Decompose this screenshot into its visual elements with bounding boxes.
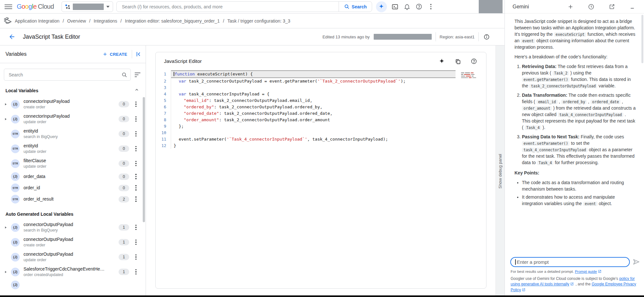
code-editor[interactable]: 1function executeScript(event) {2 var ta…	[156, 70, 486, 149]
more-options-button[interactable]	[427, 3, 435, 11]
more-options-icon[interactable]	[132, 145, 140, 153]
line-number: 7	[156, 110, 171, 117]
breadcrumb-segment[interactable]: Application Integration	[15, 18, 60, 24]
variable-row[interactable]: STRorder_id0	[0, 182, 146, 193]
breadcrumb-segment[interactable]: Integration editor: salesforce_bigquery_…	[125, 18, 220, 24]
chevron-down-icon	[106, 6, 110, 8]
variable-row[interactable]: {J}connectorOutputPayloadupdate order1	[0, 250, 146, 264]
expand-arrow-icon[interactable]	[4, 226, 9, 229]
breadcrumb-segment[interactable]: Overview	[67, 18, 86, 24]
more-options-icon[interactable]	[132, 223, 140, 231]
variable-subtitle: order created/updated	[24, 272, 106, 278]
gemini-title: Gemini	[513, 4, 529, 10]
variable-row[interactable]: {J}order_data0	[0, 171, 146, 182]
more-options-icon[interactable]	[132, 160, 140, 167]
editor-help-button[interactable]	[470, 57, 478, 65]
usage-count-badge: 1	[119, 224, 129, 231]
page-header: JavaScript Task Editor Edited 13 minutes…	[0, 28, 505, 45]
more-options-icon[interactable]	[132, 100, 140, 108]
variable-row[interactable]: {J}connectorInputPayloadupdate order0	[0, 112, 146, 126]
send-button[interactable]	[632, 258, 640, 266]
variable-name: entityId	[24, 143, 46, 149]
show-debug-panel-tab[interactable]: Show debug panel	[498, 154, 503, 189]
new-chat-button[interactable]	[567, 3, 574, 11]
gemini-spark-icon	[379, 4, 384, 10]
history-button[interactable]	[587, 3, 595, 11]
code-line[interactable]: 4 var task_4_connectorInputPayload = {	[156, 91, 486, 97]
global-search-input[interactable]	[117, 4, 338, 9]
variable-row[interactable]: {J}connectorOutputPayloadsearch in BigQu…	[0, 220, 146, 235]
terminal-icon	[391, 3, 399, 10]
gemini-generate-button[interactable]	[438, 57, 446, 65]
prompt-input[interactable]	[510, 257, 630, 267]
hamburger-menu-icon[interactable]	[5, 3, 12, 11]
variable-subtitle: update order	[24, 119, 70, 125]
help-button[interactable]	[415, 3, 423, 11]
code-line[interactable]: 7 "ordered_date": task_2_connectorOutput…	[156, 110, 486, 117]
variable-row[interactable]: STRentityIdupdate order0	[0, 141, 146, 156]
info-button[interactable]	[483, 33, 490, 41]
javascript-editor-card: JavaScript Editor 1function	[155, 52, 486, 289]
code-line[interactable]: 11 event.setParameter('`Task_4_connector…	[156, 136, 486, 143]
sidebar-scrollbar[interactable]	[143, 97, 145, 222]
code-line[interactable]: 9 };	[156, 123, 486, 130]
create-button[interactable]: CREATE	[101, 50, 129, 59]
gemini-scrollbar[interactable]	[641, 15, 643, 63]
code-line[interactable]: 6 "ordered_by": task_2_connectorOutputPa…	[156, 104, 486, 110]
variable-row[interactable]: STRentityIdsearch in BigQuery0	[0, 126, 146, 141]
prompt-guide-link[interactable]: Prompt guide	[575, 270, 597, 273]
variable-row[interactable]: STRfilterClauseupdate order0	[0, 156, 146, 171]
more-options-icon[interactable]	[132, 184, 140, 192]
code-line[interactable]: 10	[156, 130, 486, 136]
search-icon	[344, 4, 350, 9]
more-options-icon[interactable]	[132, 173, 140, 181]
back-button[interactable]	[8, 33, 16, 41]
code-line[interactable]: 3	[156, 84, 486, 91]
variable-row[interactable]: {J}connectorOutputPayloadcreate order1	[0, 235, 146, 250]
variable-row[interactable]: {J}connectorInputPayloadcreate order0	[0, 97, 146, 112]
variable-name: SalesforceTriggerCdcChangeEventHeader…	[24, 266, 106, 272]
code-line[interactable]: 1function executeScript(event) {	[156, 70, 486, 78]
code-minimap[interactable]	[461, 73, 482, 79]
chevron-up-icon[interactable]	[134, 87, 139, 94]
usage-count-badge: 0	[119, 116, 129, 122]
line-number: 12	[156, 143, 171, 149]
section-header: Auto Generated Local Variables	[5, 212, 139, 217]
collapse-panel-button[interactable]	[135, 50, 142, 58]
code-line[interactable]: 2 var task_2_connectorOutputPayload = ev…	[156, 78, 486, 84]
more-options-icon[interactable]	[132, 253, 140, 261]
collapse-left-icon	[135, 51, 142, 57]
project-selector[interactable]	[62, 1, 113, 12]
code-line[interactable]: 5 "email_id": task_2_connectorOutputPayl…	[156, 97, 486, 104]
breadcrumb-segment[interactable]: Integrations	[94, 18, 117, 24]
search-button[interactable]: Search	[339, 2, 372, 12]
more-options-icon[interactable]	[132, 115, 140, 123]
json-type-icon: {J}	[11, 253, 20, 262]
variable-subtitle: update order	[24, 149, 46, 154]
code-line[interactable]: 8 "order_amount": task_2_connectorOutput…	[156, 117, 486, 123]
edited-info: Edited 13 minutes ago by	[322, 35, 370, 39]
cloud-shell-button[interactable]	[391, 3, 399, 11]
notifications-button[interactable]	[403, 3, 411, 11]
more-options-icon[interactable]	[132, 268, 140, 276]
expand-arrow-icon[interactable]	[4, 270, 9, 274]
minimize-button[interactable]	[629, 3, 636, 11]
gemini-button[interactable]	[376, 1, 387, 12]
code-line[interactable]: 12}	[156, 143, 486, 149]
more-options-icon[interactable]	[132, 195, 140, 203]
application-integration-icon	[3, 16, 12, 25]
usage-count-badge: 2	[119, 196, 129, 203]
variables-search-input[interactable]	[9, 72, 121, 77]
more-options-icon[interactable]	[132, 130, 140, 138]
expand-arrow-icon[interactable]	[4, 117, 9, 121]
open-in-new-button[interactable]	[608, 3, 616, 11]
expand-arrow-icon[interactable]	[4, 103, 9, 106]
copy-button[interactable]	[454, 57, 462, 65]
variable-row[interactable]: STRorder_id_result2	[0, 193, 146, 205]
main-column: GoogleCloud Search	[0, 0, 505, 297]
sort-icon[interactable]	[135, 72, 141, 77]
google-cloud-logo[interactable]: GoogleCloud	[17, 3, 54, 10]
variable-row[interactable]: {J}SalesforceTriggerCdcChangeEventHeader…	[0, 264, 146, 279]
more-options-icon[interactable]	[132, 238, 140, 246]
variable-row[interactable]: {J}	[0, 279, 146, 291]
